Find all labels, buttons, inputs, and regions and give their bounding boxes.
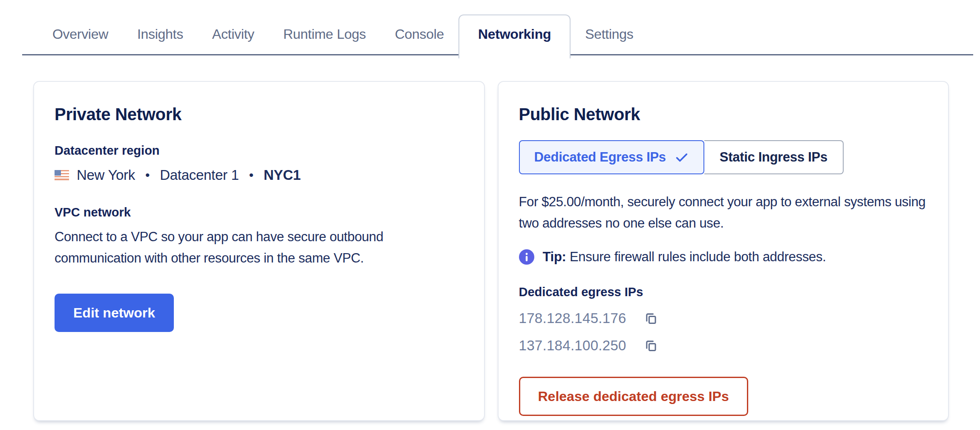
tab-console[interactable]: Console <box>380 17 458 54</box>
region-datacenter: Datacenter 1 <box>160 167 239 183</box>
info-icon <box>519 249 534 265</box>
tab-insights[interactable]: Insights <box>123 17 198 54</box>
public-network-card: Public Network Dedicated Egress IPs Stat… <box>498 81 949 421</box>
edit-network-button[interactable]: Edit network <box>55 294 174 332</box>
bullet-separator: • <box>247 168 256 182</box>
private-network-card: Private Network Datacenter region New Yo… <box>33 81 485 421</box>
ip-row: 178.128.145.176 <box>519 310 928 326</box>
copy-icon[interactable] <box>644 339 658 352</box>
us-flag-icon <box>55 170 69 180</box>
check-icon <box>674 150 689 164</box>
app-tab-bar: Overview Insights Activity Runtime Logs … <box>22 0 973 55</box>
copy-icon[interactable] <box>644 312 658 325</box>
tab-activity[interactable]: Activity <box>198 17 269 54</box>
vpc-network-label: VPC network <box>55 205 464 219</box>
tip-label: Tip: <box>543 249 566 264</box>
release-egress-ips-button[interactable]: Release dedicated egress IPs <box>519 377 748 416</box>
tab-runtime-logs[interactable]: Runtime Logs <box>269 17 380 54</box>
tip-row: Tip: Ensure firewall rules include both … <box>519 249 928 265</box>
ip-mode-toggle: Dedicated Egress IPs Static Ingress IPs <box>519 140 928 174</box>
dedicated-egress-ips-label: Dedicated egress IPs <box>519 285 928 299</box>
public-network-title: Public Network <box>519 105 928 124</box>
toggle-inactive-label: Static Ingress IPs <box>720 150 827 165</box>
tab-networking[interactable]: Networking <box>458 14 571 58</box>
vpc-network-description: Connect to a VPC so your app can have se… <box>55 226 429 269</box>
datacenter-region-value: New York • Datacenter 1 • NYC1 <box>55 167 464 183</box>
bullet-separator: • <box>143 168 152 182</box>
toggle-static-ingress-ips[interactable]: Static Ingress IPs <box>704 140 844 174</box>
tab-settings[interactable]: Settings <box>571 17 648 54</box>
public-network-description: For $25.00/month, securely connect your … <box>519 191 928 234</box>
tip-text: Tip: Ensure firewall rules include both … <box>543 249 826 265</box>
egress-ip-value: 137.184.100.250 <box>519 338 626 354</box>
tab-overview[interactable]: Overview <box>38 17 123 54</box>
ip-row: 137.184.100.250 <box>519 338 928 354</box>
region-city: New York <box>77 167 135 183</box>
datacenter-region-label: Datacenter region <box>55 144 464 158</box>
networking-panels: Private Network Datacenter region New Yo… <box>33 81 949 421</box>
region-code: NYC1 <box>264 167 301 183</box>
private-network-title: Private Network <box>55 105 464 124</box>
toggle-dedicated-egress-ips[interactable]: Dedicated Egress IPs <box>519 140 704 174</box>
toggle-active-label: Dedicated Egress IPs <box>534 150 666 165</box>
egress-ip-value: 178.128.145.176 <box>519 310 626 326</box>
